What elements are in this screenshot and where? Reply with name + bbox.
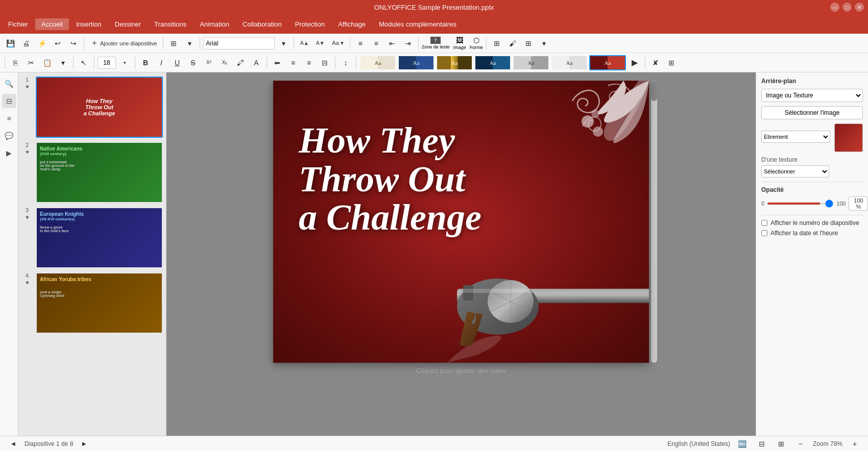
theme-more-button[interactable]: ▶ xyxy=(628,56,642,70)
slide-1-thumb-content: How They Throw Out a Challenge xyxy=(37,78,162,137)
slide-4-thumbnail[interactable]: African Yoruba tribes sent a single Cymr… xyxy=(36,272,163,334)
zoom-in-button[interactable]: + xyxy=(848,437,862,451)
layout-button[interactable]: ⊞ xyxy=(166,36,181,51)
spell-check-button[interactable]: 🔤 xyxy=(735,437,750,451)
view-fit-button[interactable]: ⊞ xyxy=(774,437,788,451)
notes-area[interactable]: Cliquez pour ajouter des notes xyxy=(273,367,649,374)
search-tool[interactable]: 🔍 xyxy=(2,77,16,91)
animation-tool[interactable]: ▶ xyxy=(2,146,16,160)
minimize-button[interactable]: — xyxy=(830,3,839,12)
font-color-button[interactable]: A xyxy=(249,56,263,70)
font-size-up[interactable]: A▲ xyxy=(297,36,311,51)
arrange-button[interactable]: ⊞ xyxy=(521,36,536,51)
bold-button[interactable]: B xyxy=(138,56,153,70)
theme-blue[interactable]: Aa xyxy=(398,55,435,70)
forme-button[interactable]: ⬡ Forme xyxy=(470,36,483,50)
theme-gray[interactable]: Aa xyxy=(513,55,549,70)
cut-button[interactable]: ✂ xyxy=(24,56,38,70)
select-button[interactable]: ↖ xyxy=(77,56,91,70)
texture-select[interactable]: Sélectionner xyxy=(761,165,829,178)
menu-transitions[interactable]: Transitions xyxy=(148,18,192,30)
align-justify-button[interactable]: ≡ xyxy=(302,56,316,70)
slides-panel-tool[interactable]: ⊟ xyxy=(2,94,16,108)
view-normal-button[interactable]: ⊟ xyxy=(755,437,769,451)
redo-button[interactable]: ↪ xyxy=(66,36,81,51)
layout-dropdown[interactable]: ▾ xyxy=(182,36,197,51)
copy-button[interactable]: ⎘ xyxy=(8,56,22,70)
font-family-input[interactable] xyxy=(203,37,275,49)
zone-texte-button[interactable]: T Zone de texte xyxy=(422,37,450,49)
background-type-select[interactable]: Image ou Texture xyxy=(761,89,863,102)
menu-insertion[interactable]: Insertion xyxy=(70,18,108,30)
slide-2-thumbnail[interactable]: Native Americans (XVII century) put a to… xyxy=(36,142,163,203)
close-button[interactable]: ✕ xyxy=(855,3,864,12)
highlight-button[interactable]: 🖍 xyxy=(233,56,248,70)
theme-cream[interactable]: Aa xyxy=(359,55,396,70)
print-button[interactable]: 🖨 xyxy=(19,36,33,51)
number-list-button[interactable]: ≡ xyxy=(369,36,383,51)
align-columns-button[interactable]: ⊟ xyxy=(318,56,332,70)
paste-button[interactable]: 📋 xyxy=(40,56,54,70)
slide-thumb-1[interactable]: 1 ★ How They Throw Out a Challenge xyxy=(21,77,163,138)
theme-ornate[interactable]: Aa xyxy=(436,55,473,70)
comments-tool[interactable]: 💬 xyxy=(2,129,16,143)
menu-affichage[interactable]: Affichage xyxy=(332,18,372,30)
show-date-checkbox[interactable] xyxy=(761,230,767,236)
superscript-button[interactable]: X² xyxy=(202,56,216,70)
theme-darkblue2[interactable]: Aa xyxy=(474,55,511,70)
paint-button[interactable]: 🖌 xyxy=(505,36,520,51)
next-slide-button[interactable]: ▶ xyxy=(77,437,91,451)
bullet-list-button[interactable]: ≡ xyxy=(353,36,368,51)
paste-dropdown[interactable]: ▾ xyxy=(56,56,70,70)
menu-dessiner[interactable]: Dessiner xyxy=(109,18,147,30)
status-left: ◀ Diapositive 1 de 8 ▶ xyxy=(6,437,91,451)
menu-accueil[interactable]: Accueil xyxy=(35,18,69,30)
line-spacing-button[interactable]: ↕ xyxy=(339,56,353,70)
select-image-button[interactable]: Sélectionner l'image xyxy=(761,106,863,119)
font-size-input[interactable] xyxy=(98,57,116,69)
menu-modules[interactable]: Modules complémentaires xyxy=(373,18,463,30)
align-left-button[interactable]: ⬅ xyxy=(270,56,284,70)
subscript-button[interactable]: X₂ xyxy=(218,56,232,70)
slide-1-thumbnail[interactable]: How They Throw Out a Challenge xyxy=(36,77,163,138)
font-size-dropdown[interactable]: ▾ xyxy=(117,56,132,70)
slide-thumb-3[interactable]: 3 ★ European Knights (XII-XVI centuries)… xyxy=(21,207,163,268)
save-button[interactable]: 💾 xyxy=(3,36,17,51)
menu-collaboration[interactable]: Collaboration xyxy=(236,18,288,30)
strikethrough-button[interactable]: S xyxy=(186,56,200,70)
slide-3-thumbnail[interactable]: European Knights (XII-XVI centuries) thr… xyxy=(36,207,163,268)
outline-tool[interactable]: ≡ xyxy=(2,111,16,126)
font-auto-size[interactable]: Aa ▾ xyxy=(329,36,347,51)
slide-canvas[interactable]: How They Throw Out a Challenge xyxy=(273,81,649,363)
slide-thumb-4[interactable]: 4 ★ African Yoruba tribes sent a single … xyxy=(21,272,163,334)
list-level-down[interactable]: ⇥ xyxy=(401,36,415,51)
zoom-out-button[interactable]: − xyxy=(793,437,808,451)
italic-button[interactable]: I xyxy=(154,56,168,70)
list-level-up[interactable]: ⇤ xyxy=(385,36,399,51)
separator xyxy=(267,57,267,69)
undo-button[interactable]: ↩ xyxy=(51,36,65,51)
add-slide-button[interactable]: ＋ Ajouter une diapositive xyxy=(87,36,160,51)
underline-button[interactable]: U xyxy=(170,56,184,70)
arrange-dropdown[interactable]: ▾ xyxy=(537,36,551,51)
opacity-slider[interactable] xyxy=(767,203,833,205)
quickprint-button[interactable]: ⚡ xyxy=(35,36,49,51)
menu-fichier[interactable]: Fichier xyxy=(2,18,34,30)
align-center-button[interactable]: ≡ xyxy=(286,56,300,70)
stretch-select[interactable]: Etirement xyxy=(761,131,830,143)
image-button[interactable]: 🖼 Image xyxy=(453,36,466,50)
clear-format-button[interactable]: ✘ xyxy=(648,56,663,70)
theme-lightgray[interactable]: Aa xyxy=(551,55,588,70)
slide-thumb-2[interactable]: 2 ★ Native Americans (XVII century) put … xyxy=(21,142,163,203)
more-button[interactable]: ⊞ xyxy=(490,36,504,51)
restore-button[interactable]: □ xyxy=(842,3,852,12)
prev-slide-button[interactable]: ◀ xyxy=(6,437,20,451)
font-family-dropdown[interactable]: ▾ xyxy=(276,36,291,51)
theme-darkred[interactable]: Aa xyxy=(589,55,626,70)
more-format-button[interactable]: ⊞ xyxy=(664,56,679,70)
font-size-down[interactable]: A▼ xyxy=(313,36,327,51)
show-slide-number-checkbox[interactable] xyxy=(761,220,767,226)
menu-protection[interactable]: Protection xyxy=(289,18,331,30)
menu-animation[interactable]: Animation xyxy=(194,18,235,30)
slide-title-text: How They Throw Out a Challenge xyxy=(299,121,481,237)
